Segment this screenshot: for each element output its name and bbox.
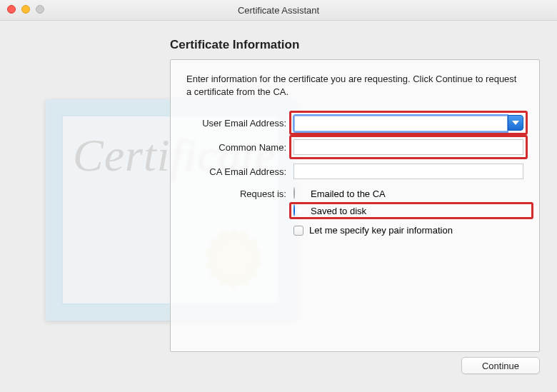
radio-saved-label: Saved to disk	[311, 206, 366, 216]
ca-email-field[interactable]	[293, 164, 523, 179]
footer: Continue	[17, 352, 540, 379]
label-user-email: User Email Address:	[186, 118, 286, 129]
panel-description: Enter information for the certificate yo…	[186, 73, 523, 98]
user-email-combo[interactable]	[293, 115, 523, 131]
svg-marker-2	[512, 121, 519, 125]
radio-icon	[293, 188, 305, 199]
label-common-name: Common Name:	[186, 142, 286, 153]
titlebar: Certificate Assistant	[0, 0, 557, 21]
certificate-assistant-window: Certificate Assistant Certificate Inform…	[0, 0, 557, 392]
radio-emailed-label: Emailed to the CA	[311, 189, 386, 199]
row-user-email: User Email Address:	[186, 115, 523, 131]
form: User Email Address: Common Name:	[186, 115, 523, 236]
checkbox-icon	[293, 226, 303, 236]
row-ca-email: CA Email Address:	[186, 164, 523, 179]
radio-emailed[interactable]: Emailed to the CA	[293, 188, 523, 199]
zoom-icon	[36, 5, 44, 14]
checkbox-keypair[interactable]: Let me specify key pair information	[293, 225, 523, 236]
label-ca-email: CA Email Address:	[186, 166, 286, 177]
user-email-field[interactable]	[293, 115, 508, 132]
label-request-is: Request is:	[186, 188, 286, 199]
radio-icon	[293, 205, 305, 216]
row-common-name: Common Name:	[186, 139, 523, 155]
dropdown-arrow-icon[interactable]	[508, 115, 523, 131]
traffic-lights	[7, 5, 44, 14]
close-icon[interactable]	[7, 5, 16, 14]
form-panel: Enter information for the certificate yo…	[170, 59, 540, 352]
window-title: Certificate Assistant	[0, 5, 557, 16]
radio-saved[interactable]: Saved to disk	[293, 205, 366, 216]
continue-button[interactable]: Continue	[461, 357, 540, 374]
minimize-icon[interactable]	[21, 5, 30, 14]
content-area: Certificate Information Certificate Ente…	[0, 21, 557, 392]
page-title: Certificate Information	[170, 38, 540, 52]
checkbox-keypair-label: Let me specify key pair information	[309, 225, 453, 236]
common-name-field[interactable]	[293, 139, 523, 155]
row-request-is: Request is: Emailed to the CA Saved to d…	[186, 188, 523, 236]
